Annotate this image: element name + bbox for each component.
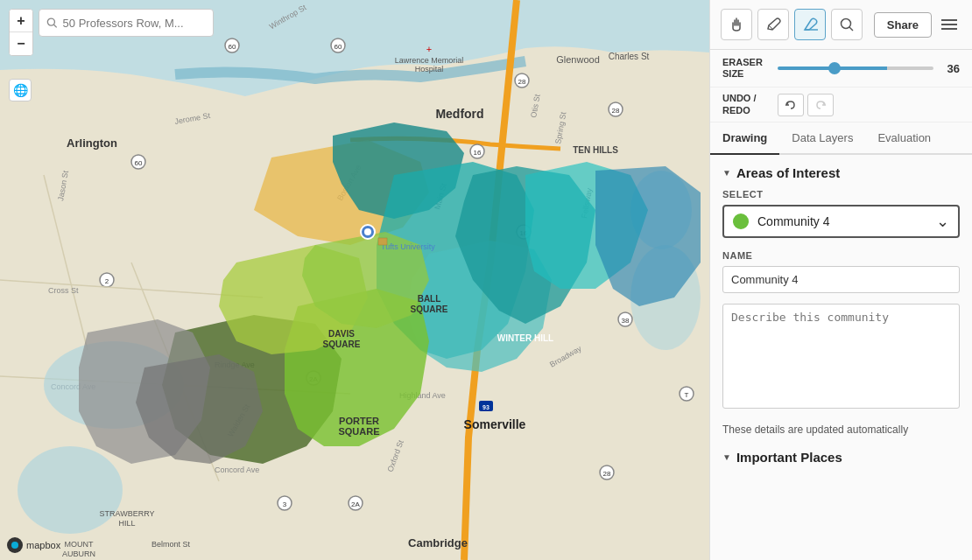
svg-text:Lawrence Memorial: Lawrence Memorial [395,56,464,65]
tab-data-layers[interactable]: Data Layers [779,122,865,155]
pencil-icon [765,17,781,32]
undo-button[interactable] [778,94,804,116]
undo-icon [785,99,797,111]
svg-text:DAVIS: DAVIS [328,329,355,339]
map-search-bar[interactable] [39,9,214,37]
right-panel: Share ERASER SIZE 36 UNDO / REDO [709,0,972,560]
svg-text:WINTER HILL: WINTER HILL [497,333,553,343]
svg-text:AUBURN: AUBURN [62,550,95,558]
section-collapse-arrow[interactable]: ▼ [722,168,731,178]
svg-text:SQUARE: SQUARE [411,304,448,314]
search-input[interactable] [63,17,206,30]
svg-line-98 [769,25,772,29]
svg-text:Arlington: Arlington [67,136,117,150]
panel-content: ▼ Areas of Interest SELECT Community 4 ⌄… [710,155,972,560]
svg-text:+: + [426,44,432,54]
undo-redo-row: UNDO / REDO [710,88,972,122]
search-icon [46,17,58,29]
map-svg: 28 28 38 16 16 60 60 60 2 2A 2A 3 28 T 9… [0,0,709,560]
svg-text:28: 28 [612,107,620,115]
svg-text:28: 28 [603,470,611,478]
share-button[interactable]: Share [874,12,932,38]
svg-text:Charles St: Charles St [609,52,650,61]
svg-text:Hospital: Hospital [415,65,444,74]
zoom-out-button[interactable]: − [10,32,32,55]
mapbox-logo: mapbox [7,537,60,553]
eraser-tool-button[interactable] [794,9,826,40]
svg-text:38: 38 [622,317,630,325]
auto-update-note: These details are updated automatically [722,423,960,438]
svg-text:Cross St: Cross St [48,286,79,295]
magnify-tool-button[interactable] [831,9,863,40]
svg-text:93: 93 [482,404,490,410]
svg-text:SQUARE: SQUARE [323,340,361,349]
svg-text:SQUARE: SQUARE [338,426,379,437]
svg-text:STRAWBERRY: STRAWBERRY [99,509,154,518]
areas-of-interest-title: Areas of Interest [736,165,840,180]
areas-of-interest-section-header: ▼ Areas of Interest [722,165,960,180]
svg-text:TEN HILLS: TEN HILLS [573,145,618,155]
svg-text:28: 28 [518,78,526,86]
hand-icon [729,17,744,32]
svg-text:Somerville: Somerville [464,417,526,431]
svg-text:Glenwood: Glenwood [556,54,600,65]
community-select-dropdown[interactable]: Community 4 ⌄ [722,205,960,238]
zoom-controls: + − [9,9,33,56]
hamburger-icon [941,18,957,31]
svg-text:BALL: BALL [418,294,441,304]
undo-redo-buttons [778,94,834,116]
redo-icon [814,99,827,111]
chevron-down-icon: ⌄ [936,212,949,231]
svg-text:Belmont St: Belmont St [151,540,191,549]
map-container[interactable]: 28 28 38 16 16 60 60 60 2 2A 2A 3 28 T 9… [0,0,709,560]
undo-redo-label: UNDO / REDO [722,93,771,116]
svg-text:Tufts University: Tufts University [381,242,435,251]
redo-button[interactable] [807,94,834,116]
zoom-in-button[interactable]: + [10,10,32,32]
eraser-size-label: ERASER SIZE [722,57,771,80]
svg-text:60: 60 [229,43,236,51]
community-name-input[interactable] [722,266,960,293]
name-label: NAME [722,250,960,261]
important-places-section-header: ▼ Important Places [722,450,960,465]
globe-button[interactable]: 🌐 [9,79,32,102]
tab-bar: Drawing Data Layers Evaluation [710,122,972,155]
svg-text:2: 2 [105,277,109,285]
svg-text:3: 3 [283,500,287,508]
svg-text:2A: 2A [351,500,360,508]
important-places-collapse-arrow[interactable]: ▼ [722,452,731,462]
svg-text:Cambridge: Cambridge [408,536,468,550]
svg-point-94 [47,18,54,25]
eraser-size-row: ERASER SIZE 36 [710,50,972,88]
svg-text:60: 60 [135,159,143,167]
community-color-dot [733,214,749,229]
select-label: SELECT [722,189,960,200]
tab-drawing[interactable]: Drawing [710,122,779,155]
svg-text:Medford: Medford [435,107,483,121]
hand-tool-button[interactable] [721,9,752,40]
svg-text:PORTER: PORTER [339,416,379,426]
svg-text:T: T [685,391,689,399]
svg-text:Concord Ave: Concord Ave [215,466,259,474]
svg-text:60: 60 [335,43,342,51]
svg-line-101 [849,27,853,31]
svg-rect-93 [378,238,387,245]
svg-point-100 [842,19,851,29]
eraser-size-value: 36 [940,62,960,75]
pencil-tool-button[interactable] [757,9,789,40]
eraser-size-slider[interactable] [778,66,933,70]
community-select-name: Community 4 [757,214,927,228]
community-description-textarea[interactable] [722,304,960,409]
eraser-icon [802,17,818,32]
important-places-title: Important Places [736,450,842,465]
svg-text:HILL: HILL [118,519,135,528]
svg-point-91 [364,228,371,235]
menu-button[interactable] [937,12,961,37]
svg-line-95 [54,24,57,27]
mapbox-icon [7,537,23,553]
tab-evaluation[interactable]: Evaluation [865,122,943,155]
svg-point-52 [18,446,123,534]
svg-text:16: 16 [474,149,482,157]
magnify-icon [839,17,855,32]
toolbar: Share [710,0,972,50]
